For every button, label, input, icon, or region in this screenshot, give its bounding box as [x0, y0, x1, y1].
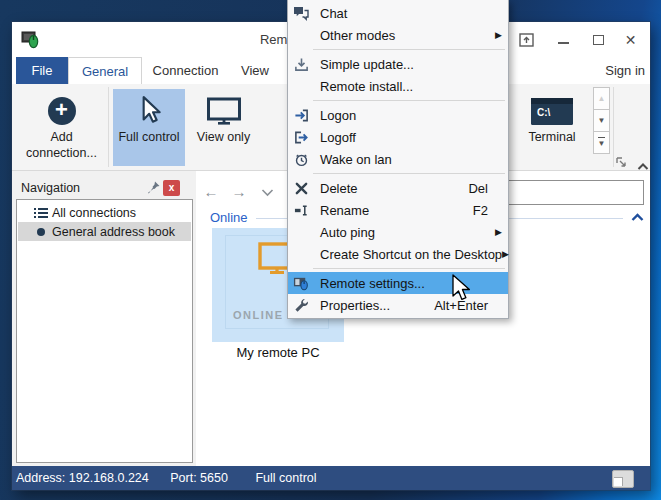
resize-grip[interactable] [612, 470, 634, 488]
back-button[interactable]: ← [200, 182, 222, 202]
navigation-close-button[interactable]: x [163, 180, 180, 196]
maximize-button[interactable] [590, 32, 607, 48]
tab-general[interactable]: General [68, 57, 142, 84]
menu-separator [313, 100, 505, 101]
status-port: Port: 5650 [170, 471, 228, 485]
terminal-label: Terminal [528, 130, 575, 144]
full-control-button[interactable]: Full control [113, 89, 185, 166]
plus-icon: + [48, 97, 76, 125]
navigation-panel-title: Navigation [21, 181, 80, 195]
menu-shortcut: Del [468, 181, 488, 196]
sign-in-link[interactable]: Sign in [605, 57, 645, 84]
menu-item-wake-on-lan[interactable]: Wake on lan [288, 148, 508, 170]
alarm-clock-icon [293, 151, 309, 167]
download-icon [293, 56, 309, 72]
logoff-icon [293, 129, 309, 145]
collapse-group-icon[interactable] [631, 213, 644, 222]
submenu-arrow-icon: ▶ [502, 249, 509, 259]
menu-item-create-shortcut[interactable]: Create Shortcut on the Desktop ▶ [288, 243, 508, 265]
wrench-icon [293, 297, 309, 313]
menu-item-rename[interactable]: Rename F2 [288, 199, 508, 221]
navigation-list: All connections General address book [16, 199, 193, 463]
full-control-label: Full control [118, 130, 179, 144]
menu-item-remote-settings[interactable]: Remote settings... [288, 272, 508, 294]
context-menu: Chat Other modes ▶ Simple update... Remo… [287, 0, 509, 319]
menu-item-simple-update[interactable]: Simple update... [288, 53, 508, 75]
logon-icon [293, 107, 309, 123]
forward-button[interactable]: → [228, 182, 250, 202]
nav-item-all-connections[interactable]: All connections [18, 203, 191, 222]
menu-item-properties[interactable]: Properties... Alt+Enter [288, 294, 508, 316]
menu-item-other-modes[interactable]: Other modes ▶ [288, 24, 508, 46]
chat-icon [293, 5, 309, 21]
scroll-up-button[interactable]: ▲ [593, 87, 610, 110]
status-address: Address: 192.168.0.224 [16, 471, 149, 485]
tab-file[interactable]: File [16, 57, 68, 84]
view-only-label: View only [197, 130, 250, 144]
close-button[interactable]: ✕ [622, 32, 639, 48]
remote-settings-icon [293, 275, 309, 291]
menu-separator [313, 49, 505, 50]
scroll-down-button[interactable]: ▼ [593, 109, 610, 132]
tab-view[interactable]: View [229, 57, 281, 84]
group-label: Online [210, 210, 248, 225]
submenu-arrow-icon: ▶ [494, 30, 502, 40]
menu-item-delete[interactable]: Delete Del [288, 177, 508, 199]
tab-connection[interactable]: Connection [143, 57, 228, 84]
menu-shortcut: F2 [473, 203, 488, 218]
minimize-button[interactable] [555, 32, 572, 48]
tile-name: My remote PC [212, 345, 344, 360]
status-mode: Full control [255, 471, 316, 485]
menu-item-auto-ping[interactable]: Auto ping ▶ [288, 221, 508, 243]
ribbon-pin-button[interactable] [518, 32, 535, 48]
add-connection-label: Add connection... [18, 130, 105, 161]
menu-item-chat[interactable]: Chat [288, 2, 508, 24]
terminal-button[interactable]: C:\ Terminal [514, 89, 590, 166]
cursor-arrow-icon [136, 92, 162, 130]
delete-x-icon [293, 180, 309, 196]
status-bar: Address: 192.168.0.224 Port: 5650 Full c… [12, 466, 650, 490]
tile-status: ONLINE [233, 309, 284, 321]
pin-icon[interactable] [146, 180, 161, 200]
ribbon-group-separator [108, 87, 109, 167]
menu-item-logoff[interactable]: Logoff [288, 126, 508, 148]
nav-item-general-address-book[interactable]: General address book [18, 222, 191, 241]
up-level-button[interactable] [256, 182, 278, 202]
rename-icon [293, 202, 309, 218]
submenu-arrow-icon: ▶ [494, 227, 502, 237]
menu-item-logon[interactable]: Logon [288, 104, 508, 126]
nav-item-label: General address book [52, 225, 175, 239]
add-connection-button[interactable]: + Add connection... [18, 89, 105, 166]
monitor-icon [206, 92, 242, 130]
menu-separator [313, 268, 505, 269]
terminal-icon: C:\ [529, 92, 575, 130]
app-logo-icon [20, 29, 41, 54]
list-view-icon [33, 207, 49, 219]
menu-item-remote-install[interactable]: Remote install... [288, 75, 508, 97]
mouse-cursor [451, 274, 473, 308]
nav-item-label: All connections [52, 206, 136, 220]
svg-text:C:\: C:\ [537, 107, 551, 118]
bullet-icon [33, 227, 49, 237]
ribbon-scroll-strip: ▲ ▼ ▼ [593, 88, 610, 154]
view-only-button[interactable]: View only [188, 89, 259, 166]
ribbon-group-separator [613, 87, 614, 167]
menu-separator [313, 173, 505, 174]
gallery-more-button[interactable]: ▼ [593, 131, 610, 154]
